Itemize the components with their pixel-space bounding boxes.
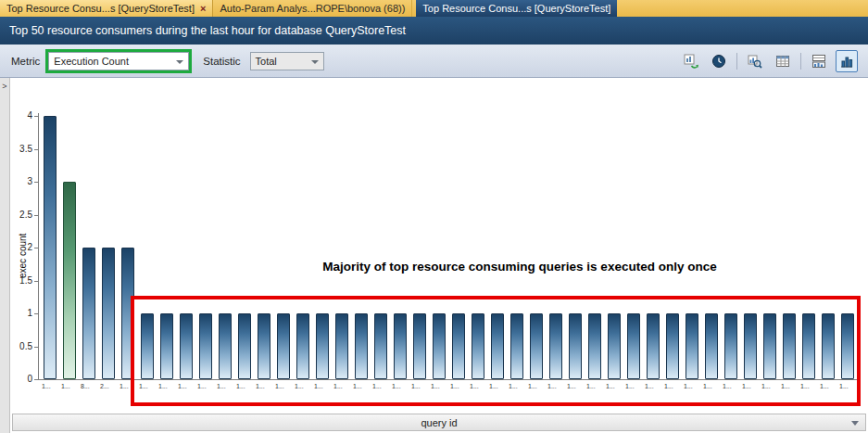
query-bar-6[interactable]: [160, 313, 173, 379]
query-bar-10[interactable]: [238, 313, 251, 379]
query-bar-1[interactable]: [63, 182, 76, 379]
query-bar-22[interactable]: [472, 313, 484, 379]
query-bar-30[interactable]: [627, 313, 640, 379]
y-axis-tick-label: 0: [12, 374, 32, 384]
query-bar-37[interactable]: [763, 313, 776, 379]
report-title-bar: Top 50 resource consumers during the las…: [0, 17, 868, 45]
report-body: > exec count 1...1...8...2...1...1...1..…: [0, 78, 868, 433]
x-axis-tick-label: 2...: [100, 383, 119, 389]
query-bar-0[interactable]: [44, 116, 57, 379]
close-icon[interactable]: ×: [200, 3, 206, 14]
tab-auto-param-analysis[interactable]: Auto-Param Analys...ROPE\bonova (68)): [213, 0, 412, 17]
x-axis-tick-label: 1...: [178, 383, 196, 389]
y-axis-tick-label: 2: [12, 242, 32, 252]
x-axis-tick-label: 1...: [800, 383, 819, 389]
x-axis-tick-label: 1...: [839, 383, 858, 389]
metric-dropdown-value: Execution Count: [54, 56, 144, 67]
chevron-down-icon: [311, 60, 319, 64]
x-axis-tick-label: 1...: [42, 383, 60, 389]
query-bar-29[interactable]: [608, 313, 621, 379]
query-bar-36[interactable]: [744, 313, 757, 379]
x-axis-tick-label: 1...: [761, 383, 780, 389]
query-bar-18[interactable]: [394, 313, 407, 379]
query-bar-33[interactable]: [686, 313, 698, 379]
y-axis-tick-label: 4: [12, 110, 32, 121]
x-axis-tick-label: 1...: [314, 383, 333, 389]
expand-panel-icon[interactable]: >: [2, 82, 6, 91]
x-axis-tick-label: 1...: [781, 383, 799, 389]
refresh-button[interactable]: [680, 50, 702, 72]
x-axis-tick-label: 1...: [586, 383, 605, 389]
query-bar-12[interactable]: [277, 313, 290, 379]
query-bar-21[interactable]: [452, 313, 465, 379]
toolbar-separator: [800, 53, 801, 70]
x-axis-tick-label: 1...: [509, 383, 527, 389]
grid-view-icon: [775, 54, 790, 69]
query-store-chart: exec count 1...1...8...2...1...1...1...1…: [10, 78, 868, 433]
y-axis-tick-mark: [34, 313, 38, 314]
query-bar-31[interactable]: [647, 313, 660, 379]
query-bar-14[interactable]: [316, 313, 329, 379]
x-axis-tick-label: 1...: [664, 383, 683, 389]
query-bar-15[interactable]: [335, 313, 348, 379]
query-bar-32[interactable]: [666, 313, 679, 379]
x-axis-tick-label: 1...: [625, 383, 644, 389]
y-axis-tick-mark: [34, 116, 38, 117]
query-bar-16[interactable]: [355, 313, 368, 379]
chart-view-button[interactable]: [836, 50, 858, 72]
query-bar-7[interactable]: [180, 313, 193, 379]
y-axis-tick-mark: [34, 149, 38, 150]
chart-view-icon: [839, 54, 854, 69]
query-bar-5[interactable]: [141, 313, 154, 379]
x-axis-selector-bar[interactable]: query id: [12, 414, 866, 431]
query-bar-25[interactable]: [530, 313, 543, 379]
collapsed-side-panel[interactable]: >: [0, 78, 10, 433]
x-axis-tick-label: 1...: [372, 383, 391, 389]
x-axis-tick-label: 1...: [236, 383, 255, 389]
grid-plan-view-button[interactable]: [808, 50, 830, 72]
query-bar-19[interactable]: [413, 313, 426, 379]
query-bar-26[interactable]: [549, 313, 562, 379]
query-bar-40[interactable]: [822, 313, 835, 379]
x-axis-tick-label: 1...: [120, 383, 138, 389]
query-bar-24[interactable]: [510, 313, 523, 379]
query-bar-3[interactable]: [102, 248, 115, 379]
report-toolbar: Metric Execution Count Statistic Total: [0, 45, 868, 78]
y-axis-tick-label: 2.5: [12, 210, 32, 220]
query-bar-34[interactable]: [705, 313, 718, 379]
y-axis-tick-mark: [34, 215, 38, 216]
query-bar-2[interactable]: [82, 248, 95, 379]
tab-label: Auto-Param Analys...ROPE\bonova (68)): [220, 3, 405, 14]
y-axis-tick-mark: [34, 379, 38, 380]
tab-top-resource-consumers-2[interactable]: Top Resource Consu...s [QueryStoreTest]: [416, 0, 617, 17]
document-tab-bar: Top Resource Consu...s [QueryStoreTest] …: [0, 0, 868, 17]
query-bar-4[interactable]: [121, 248, 134, 379]
query-bar-9[interactable]: [219, 313, 232, 379]
query-bar-39[interactable]: [802, 313, 815, 379]
query-bar-13[interactable]: [296, 313, 309, 379]
x-axis-tick-label: 1...: [489, 383, 508, 389]
y-axis-tick-label: 0.5: [12, 341, 32, 351]
query-bar-27[interactable]: [569, 313, 582, 379]
grid-view-button[interactable]: [772, 50, 794, 72]
view-plan-button[interactable]: [744, 50, 766, 72]
statistic-dropdown[interactable]: Total: [250, 52, 324, 70]
x-axis-tick-label: 1...: [411, 383, 430, 389]
x-axis-tick-label: 1...: [684, 383, 702, 389]
query-bar-35[interactable]: [724, 313, 737, 379]
query-bar-11[interactable]: [258, 313, 270, 379]
track-query-button[interactable]: [708, 50, 730, 72]
x-axis-tick-label: 1...: [606, 383, 624, 389]
query-bar-17[interactable]: [374, 313, 387, 379]
x-axis-tick-label: 1...: [703, 383, 722, 389]
query-bar-41[interactable]: [841, 313, 854, 379]
x-axis-tick-label: 1...: [217, 383, 235, 389]
tab-top-resource-consumers-1[interactable]: Top Resource Consu...s [QueryStoreTest] …: [0, 0, 213, 17]
chevron-down-icon: [851, 421, 859, 426]
query-bar-23[interactable]: [491, 313, 504, 379]
query-bar-38[interactable]: [783, 313, 796, 379]
metric-dropdown[interactable]: Execution Count: [48, 52, 189, 70]
query-bar-20[interactable]: [433, 313, 446, 379]
query-bar-8[interactable]: [199, 313, 212, 379]
query-bar-28[interactable]: [588, 313, 601, 379]
